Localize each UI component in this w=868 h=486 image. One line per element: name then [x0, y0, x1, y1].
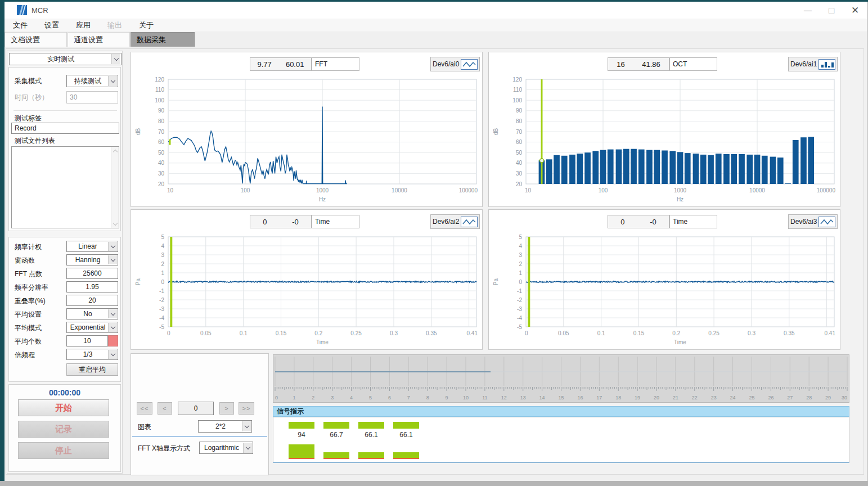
- svg-text:100000: 100000: [817, 187, 836, 194]
- acq-mode-select[interactable]: 持续测试: [66, 75, 118, 87]
- time2-channel-selector[interactable]: Dev6/ai2: [430, 214, 480, 229]
- fft-channel-selector[interactable]: Dev6/ai0: [430, 57, 480, 71]
- test-tag-label: 测试标签: [15, 114, 42, 123]
- svg-text:8: 8: [426, 395, 429, 400]
- chevron-down-icon[interactable]: [243, 443, 252, 453]
- tab-data-acquisition[interactable]: 数据采集: [131, 32, 195, 47]
- signal-channel-3: 66.1: [358, 422, 384, 459]
- signal-lamp: [323, 422, 349, 429]
- fft-points-input[interactable]: 25600: [66, 268, 118, 279]
- chevron-down-icon[interactable]: [111, 54, 120, 64]
- menu-apply[interactable]: 应用: [68, 20, 99, 30]
- menu-about[interactable]: 关于: [131, 20, 162, 30]
- svg-text:1000: 1000: [316, 187, 329, 194]
- fft-plot[interactable]: 2030405060708090100110120101001000100001…: [131, 76, 482, 206]
- tab-channel-settings[interactable]: 通道设置: [68, 32, 130, 47]
- oct-channel-selector[interactable]: Dev6/ai1: [788, 57, 838, 71]
- time3-plot[interactable]: -5-4-3-2-101234500.050.10.150.20.250.30.…: [489, 233, 840, 349]
- app-title: MCR: [32, 6, 48, 15]
- test-mode-select[interactable]: 实时测试: [9, 53, 122, 65]
- fft-points-label: FFT 点数: [15, 269, 42, 279]
- avg-setting-select[interactable]: No: [66, 308, 118, 320]
- svg-text:0.05: 0.05: [200, 330, 212, 336]
- overlap-label: 重叠率(%): [15, 296, 46, 306]
- listbox-scrollbar[interactable]: [111, 147, 119, 228]
- test-mode-value: 实时测试: [47, 55, 74, 64]
- chevron-down-icon[interactable]: [108, 255, 117, 264]
- chevron-down-icon[interactable]: [108, 242, 117, 251]
- test-file-listbox[interactable]: [11, 146, 119, 228]
- svg-text:Time: Time: [316, 339, 329, 345]
- time3-type-label: Time: [669, 215, 717, 228]
- time3-channel-selector[interactable]: Dev6/ai3: [788, 214, 838, 229]
- oct-cursor-x: 16: [617, 60, 624, 69]
- svg-text:0: 0: [275, 395, 278, 400]
- avg-count-status-flag: [108, 335, 118, 346]
- fft-cursor-y: 60.01: [286, 60, 304, 69]
- time2-plot[interactable]: -5-4-3-2-101234500.050.10.150.20.250.30.…: [131, 233, 482, 349]
- svg-text:11: 11: [482, 395, 487, 400]
- menu-file[interactable]: 文件: [5, 20, 36, 30]
- svg-text:0: 0: [519, 279, 522, 285]
- window-func-value: Hanning: [75, 256, 101, 264]
- time3-chart-header: 0 -0 Time Dev6/ai3: [489, 210, 840, 233]
- chevron-down-icon[interactable]: [108, 309, 117, 318]
- scroll-up-icon[interactable]: [111, 147, 119, 155]
- svg-text:5: 5: [161, 234, 164, 240]
- chevron-down-icon[interactable]: [108, 323, 117, 332]
- svg-text:2: 2: [519, 261, 522, 267]
- svg-text:29: 29: [825, 395, 831, 400]
- chevron-down-icon[interactable]: [108, 350, 117, 359]
- chevron-down-icon[interactable]: [108, 76, 117, 86]
- svg-text:23: 23: [711, 395, 717, 400]
- timeline-plot[interactable]: 0123456789101112131415161718192021222324…: [273, 355, 849, 402]
- avg-mode-label: 平均模式: [15, 323, 42, 333]
- chart-layout-select[interactable]: 2*2: [198, 420, 252, 433]
- avg-mode-select[interactable]: Exponential: [66, 322, 118, 333]
- freq-resolution-input[interactable]: 1.95: [66, 281, 118, 292]
- svg-text:0.15: 0.15: [633, 330, 645, 336]
- freq-weighting-select[interactable]: Linear: [66, 241, 118, 252]
- svg-text:0.05: 0.05: [558, 330, 569, 336]
- restart-average-button[interactable]: 重启平均: [66, 363, 118, 376]
- svg-text:28: 28: [806, 395, 812, 400]
- window-func-select[interactable]: Hanning: [66, 254, 118, 266]
- fft-chart-panel: 9.77 60.01 FFT Dev6/ai0 2030405060708090…: [131, 52, 483, 207]
- record-timeline[interactable]: 0123456789101112131415161718192021222324…: [273, 354, 849, 403]
- scroll-down-icon[interactable]: [111, 220, 119, 228]
- svg-text:40: 40: [158, 160, 165, 166]
- app-icon: [17, 5, 27, 15]
- oct-plot[interactable]: 2030405060708090100110120101001000100001…: [489, 76, 840, 206]
- octave-select[interactable]: 1/3: [66, 349, 118, 360]
- avg-count-input[interactable]: 10: [66, 335, 108, 346]
- svg-text:4: 4: [519, 243, 522, 249]
- svg-text:90: 90: [158, 107, 165, 114]
- svg-text:0.3: 0.3: [390, 330, 398, 336]
- fft-xaxis-mode-select[interactable]: Logarithmic: [199, 442, 253, 454]
- svg-text:12: 12: [501, 395, 507, 400]
- time3-cursor-x: 0: [620, 218, 624, 226]
- test-tag-input[interactable]: Record: [11, 123, 119, 134]
- window-func-label: 窗函数: [15, 256, 35, 266]
- svg-text:-2: -2: [517, 297, 522, 303]
- start-button[interactable]: 开始: [18, 399, 109, 416]
- chevron-down-icon[interactable]: [242, 421, 251, 431]
- svg-text:60: 60: [158, 139, 165, 145]
- svg-text:2: 2: [312, 395, 314, 400]
- nav-last-button: >>: [239, 402, 254, 415]
- fft-type-label: FFT: [312, 57, 359, 71]
- minimize-button[interactable]: —: [796, 2, 820, 19]
- svg-text:80: 80: [158, 118, 165, 124]
- time3-cursor-y: -0: [650, 218, 656, 226]
- fft-xaxis-mode-label: FFT X轴显示方式: [138, 444, 190, 453]
- tab-document-settings[interactable]: 文档设置: [5, 32, 67, 47]
- time3-cursor-readout: 0 -0: [608, 215, 669, 228]
- menu-settings[interactable]: 设置: [36, 20, 68, 30]
- maximize-button[interactable]: ▢: [820, 2, 843, 19]
- close-button[interactable]: ✕: [843, 2, 867, 19]
- chart-layout-value: 2*2: [215, 422, 226, 430]
- fft-cursor-x: 9.77: [258, 60, 272, 69]
- svg-text:40: 40: [516, 160, 523, 166]
- overlap-input[interactable]: 20: [66, 295, 118, 306]
- svg-text:20: 20: [158, 181, 165, 187]
